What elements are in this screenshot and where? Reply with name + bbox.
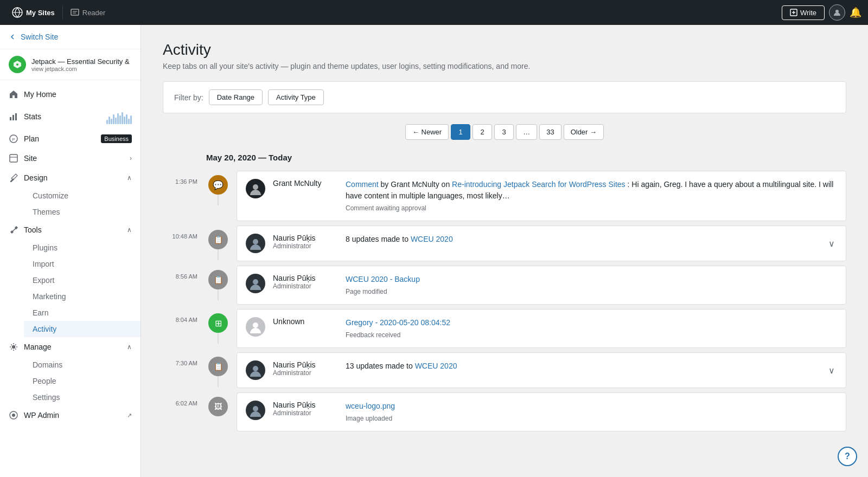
sidebar-item-plan[interactable]: P Plan Business: [0, 129, 141, 149]
page-title: Activity: [163, 41, 846, 59]
activity-card: Nauris Pūķis Administrator 13 updates ma…: [237, 352, 846, 388]
activity-time: 1:36 PM: [163, 171, 206, 185]
topbar-right: Write 🔔: [782, 4, 861, 21]
user-info: Nauris Pūķis Administrator: [273, 401, 338, 417]
date-range-filter-button[interactable]: Date Range: [209, 89, 263, 105]
pagination: ← Newer 1 2 3 … 33 Older →: [163, 124, 846, 140]
write-button[interactable]: Write: [782, 5, 825, 20]
activity-time: 8:56 AM: [163, 266, 206, 280]
activity-link[interactable]: WCEU 2020: [415, 362, 457, 370]
sidebar-item-themes[interactable]: Themes: [24, 204, 141, 220]
external-link-icon: ↗: [127, 412, 132, 419]
sidebar-site-info: Jetpack — Essential Security & view jetp…: [31, 57, 130, 72]
topbar: My Sites Reader Write 🔔: [0, 0, 868, 25]
activity-link[interactable]: wceu-logo.png: [346, 402, 395, 410]
page-2-button[interactable]: 2: [473, 124, 492, 140]
update-icon: 📋: [208, 270, 228, 289]
activity-time: 10:48 AM: [163, 225, 206, 240]
page-33-button[interactable]: 33: [539, 124, 561, 140]
svg-rect-10: [12, 115, 14, 120]
activity-link[interactable]: WCEU 2020 - Backup: [346, 275, 420, 283]
svg-point-24: [253, 406, 258, 411]
page-ellipsis: …: [516, 124, 537, 140]
user-info: Nauris Pūķis Administrator: [273, 274, 338, 290]
sidebar-item-site[interactable]: Site ›: [0, 149, 141, 168]
avatar: [246, 401, 265, 420]
activity-time: 8:04 AM: [163, 309, 206, 323]
activity-time: 7:30 AM: [163, 352, 206, 366]
svg-rect-14: [10, 154, 17, 162]
activity-link[interactable]: Comment: [346, 180, 379, 189]
activity-icon-col: 🖼: [206, 392, 230, 416]
sidebar-item-tools[interactable]: Tools ∧: [0, 220, 141, 240]
activity-description: Comment by Grant McNulty on Re-introduci…: [346, 179, 837, 213]
svg-point-23: [253, 366, 258, 371]
svg-point-16: [12, 346, 15, 349]
switch-site-button[interactable]: Switch Site: [0, 25, 141, 49]
sidebar-item-settings[interactable]: Settings: [24, 389, 141, 405]
sidebar-item-my-home[interactable]: My Home: [0, 85, 141, 104]
activity-description: wceu-logo.png Image uploaded: [346, 401, 837, 423]
design-submenu: Customize Themes: [0, 188, 141, 220]
sidebar-item-domains[interactable]: Domains: [24, 357, 141, 373]
sidebar-item-people[interactable]: People: [24, 373, 141, 389]
content-area: Activity Keep tabs on all your site's ac…: [141, 25, 868, 477]
activity-icon-col: ⊞: [206, 309, 230, 344]
user-info: Nauris Pūķis Administrator: [273, 234, 338, 250]
sidebar-item-export[interactable]: Export: [24, 272, 141, 288]
svg-point-8: [16, 63, 18, 66]
help-button[interactable]: ?: [838, 447, 857, 466]
older-page-button[interactable]: Older →: [564, 124, 604, 140]
activity-link[interactable]: Gregory - 2020-05-20 08:04:52: [346, 318, 450, 327]
svg-point-22: [253, 323, 258, 328]
activity-post-link[interactable]: Re-introducing Jetpack Search for WordPr…: [452, 180, 626, 189]
table-row: 8:04 AM ⊞ Unknown Gregory - 2020-0: [163, 309, 846, 352]
filter-bar: Filter by: Date Range Activity Type: [163, 81, 846, 113]
sidebar-item-plugins[interactable]: Plugins: [24, 240, 141, 256]
sidebar-item-wp-admin[interactable]: WP Admin ↗: [0, 405, 141, 425]
expand-chevron-icon[interactable]: ∨: [826, 365, 837, 376]
my-sites-button[interactable]: My Sites: [7, 7, 60, 18]
user-avatar[interactable]: [829, 4, 845, 21]
reader-button[interactable]: Reader: [65, 8, 111, 17]
sidebar-nav: My Home Stats: [0, 80, 141, 429]
svg-point-18: [12, 414, 15, 417]
newer-page-button[interactable]: ← Newer: [405, 124, 449, 140]
timeline-line: [218, 249, 219, 260]
page-3-button[interactable]: 3: [494, 124, 514, 140]
activity-icon-col: 📋: [206, 266, 230, 300]
sidebar-item-marketing[interactable]: Marketing: [24, 288, 141, 305]
stats-mini-chart: [106, 109, 132, 124]
sidebar-item-customize[interactable]: Customize: [24, 188, 141, 204]
design-chevron-icon: ∧: [127, 174, 132, 182]
activity-link[interactable]: WCEU 2020: [411, 235, 453, 243]
table-row: 1:36 PM 💬 Grant McNulty Comment: [163, 171, 846, 225]
sidebar-item-earn[interactable]: Earn: [24, 305, 141, 321]
sidebar-item-stats[interactable]: Stats: [0, 104, 141, 129]
activity-card: Nauris Pūķis Administrator wceu-logo.png…: [237, 392, 846, 431]
sidebar-site: Jetpack — Essential Security & view jetp…: [0, 49, 141, 80]
activity-icon-col: 📋: [206, 352, 230, 387]
filter-by-label: Filter by:: [174, 93, 203, 102]
sidebar-item-import[interactable]: Import: [24, 256, 141, 272]
activity-type-filter-button[interactable]: Activity Type: [268, 89, 324, 105]
activity-card: Unknown Gregory - 2020-05-20 08:04:52 Fe…: [237, 309, 846, 348]
topbar-left: My Sites Reader: [7, 6, 111, 19]
user-info: Unknown: [273, 317, 338, 326]
sidebar-item-design[interactable]: Design ∧: [0, 168, 141, 188]
timeline-line: [218, 195, 219, 205]
avatar: [246, 274, 265, 293]
date-heading: May 20, 2020 — Today: [163, 153, 846, 162]
activity-card: Grant McNulty Comment by Grant McNulty o…: [237, 171, 846, 221]
update-icon: 📋: [208, 230, 228, 249]
activity-description: 8 updates made to WCEU 2020: [346, 234, 819, 245]
sidebar-item-manage[interactable]: Manage ∧: [0, 337, 141, 357]
expand-chevron-icon[interactable]: ∨: [826, 238, 837, 249]
manage-submenu: Domains People Settings: [0, 357, 141, 405]
activity-timeline: 1:36 PM 💬 Grant McNulty Comment: [163, 171, 846, 436]
page-1-button[interactable]: 1: [451, 124, 470, 140]
sidebar-item-activity[interactable]: Activity: [24, 321, 141, 337]
notifications-bell[interactable]: 🔔: [850, 7, 861, 18]
update-icon: 📋: [208, 357, 228, 376]
timeline-line: [218, 333, 219, 344]
